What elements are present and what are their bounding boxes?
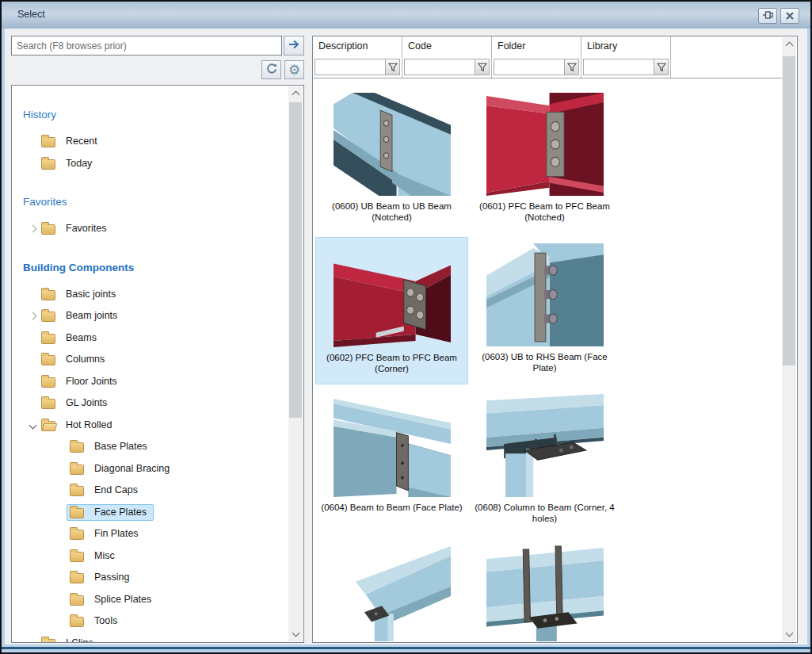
settings-button[interactable]: ⚙ (284, 60, 304, 79)
scroll-up-icon[interactable] (288, 86, 303, 100)
filter-input-description[interactable] (315, 59, 400, 75)
tree-item-body[interactable]: Misc (67, 548, 122, 564)
tree-item-label: Tools (94, 615, 117, 626)
dialog-content: ⚙ HistoryRecentTodayFavoritesFavoritesBu… (5, 29, 807, 644)
tree-item-beam-joints[interactable]: Beam joints (25, 306, 124, 325)
component-item-0600[interactable]: (0600) UB Beam to UB Beam (Notched) (315, 86, 468, 234)
tree-item-face-plates[interactable]: Face Plates (53, 503, 154, 522)
component-item-partial[interactable] (468, 538, 621, 641)
filter-funnel-icon[interactable] (564, 59, 578, 75)
tree-item-body[interactable]: Columns (38, 351, 112, 368)
arrow-right-icon (288, 39, 300, 53)
tree-item-i-clips[interactable]: I Clips (25, 633, 101, 642)
tree-item-columns[interactable]: Columns (25, 350, 112, 369)
filter-input-folder[interactable] (494, 59, 579, 75)
tree-item-fin-plates[interactable]: Fin Plates (53, 524, 146, 543)
tree-item-basic-joints[interactable]: Basic joints (25, 285, 123, 304)
refresh-icon (265, 62, 278, 78)
tree-item-diagonal-bracing[interactable]: Diagonal Bracing (53, 459, 177, 478)
tree-item-gl-joints[interactable]: GL Joints (25, 393, 114, 412)
component-thumbnail (334, 244, 451, 347)
tree-item-body[interactable]: Diagonal Bracing (67, 461, 177, 477)
component-caption: (0603) UB to RHS Beam (Face Plate) (471, 351, 619, 374)
folder-icon (41, 159, 55, 170)
tree-item-body[interactable]: Hot Rolled (38, 417, 119, 434)
tree-item-body[interactable]: Basic joints (38, 286, 123, 303)
tree-scrollbar-thumb[interactable] (289, 102, 302, 418)
component-list-panel: DescriptionCodeFolderLibrary (0600) UB B… (312, 36, 798, 643)
component-caption: (0602) PFC Beam to PFC Beam (Corner) (318, 352, 467, 375)
tree-item-label: Diagonal Bracing (94, 463, 170, 474)
tree-item-floor-joints[interactable]: Floor Joints (25, 372, 124, 391)
tree-item-body[interactable]: Recent (38, 133, 105, 150)
tree-item-base-plates[interactable]: Base Plates (53, 437, 154, 456)
folder-icon (70, 530, 84, 540)
tree-item-body[interactable]: Beam joints (38, 308, 124, 324)
tree-item-splice-plates[interactable]: Splice Plates (53, 590, 158, 609)
component-item-0602[interactable]: (0602) PFC Beam to PFC Beam (Corner) (315, 237, 468, 384)
tree-item-body[interactable]: Favorites (38, 220, 113, 237)
folder-icon (41, 639, 55, 643)
tree-item-favorites[interactable]: Favorites (25, 219, 113, 238)
filter-funnel-icon[interactable] (385, 59, 399, 75)
filter-input-library[interactable] (583, 59, 669, 75)
tree-item-body[interactable]: GL Joints (38, 395, 114, 411)
folder-icon (70, 573, 84, 583)
tree-item-body[interactable]: Today (38, 155, 99, 172)
column-header-library[interactable]: Library (581, 36, 670, 52)
tree-item-beams[interactable]: Beams (25, 328, 104, 347)
tree-item-end-caps[interactable]: End Caps (53, 480, 145, 499)
tree-item-recent[interactable]: Recent (25, 132, 105, 151)
pin-button[interactable] (758, 8, 777, 24)
tree-scrollbar[interactable] (288, 86, 303, 641)
tree-item-misc[interactable]: Misc (53, 546, 122, 565)
tree-item-body[interactable]: Base Plates (67, 438, 154, 455)
tree-item-body[interactable]: Splice Plates (67, 591, 158, 608)
column-header-code[interactable]: Code (402, 36, 491, 52)
component-item-0601[interactable]: (0601) PFC Beam to PFC Beam (Notched) (468, 86, 621, 234)
tree-item-tools[interactable]: Tools (53, 611, 124, 630)
tree-item-body[interactable]: Beams (38, 330, 104, 346)
tree-item-label: GL Joints (66, 397, 107, 408)
folder-icon (70, 486, 84, 496)
tree-item-passing[interactable]: Passing (53, 568, 136, 587)
column-header-filler (671, 36, 782, 78)
column-description: Description (313, 36, 402, 78)
tree-item-body[interactable]: Floor Joints (38, 373, 124, 390)
component-caption: (0604) Beam to Beam (Face Plate) (318, 502, 467, 513)
open-folder-icon (41, 421, 55, 431)
folder-icon (70, 595, 84, 606)
scroll-up-icon[interactable] (782, 37, 796, 51)
column-library: Library (581, 36, 671, 78)
search-input[interactable] (11, 36, 282, 55)
tree-item-selected-highlight[interactable]: Face Plates (67, 504, 154, 521)
close-button[interactable] (780, 8, 799, 24)
filter-funnel-icon[interactable] (475, 59, 489, 75)
folder-icon (41, 355, 55, 365)
tree-item-body[interactable]: End Caps (67, 482, 145, 499)
component-item-partial[interactable] (315, 538, 468, 641)
tree-item-body[interactable]: I Clips (38, 635, 101, 643)
component-item-0604[interactable]: (0604) Beam to Beam (Face Plate) (315, 388, 468, 535)
filter-input-code[interactable] (404, 59, 490, 75)
grid-scrollbar[interactable] (782, 37, 796, 641)
column-header-folder[interactable]: Folder (492, 36, 581, 52)
scroll-down-icon[interactable] (782, 628, 796, 641)
tree-item-today[interactable]: Today (25, 154, 99, 173)
filter-funnel-icon[interactable] (654, 59, 668, 75)
tree-item-body[interactable]: Passing (67, 569, 136, 586)
refresh-button[interactable] (261, 60, 281, 79)
tree-item-label: Beam joints (66, 310, 117, 321)
tree-item-body[interactable]: Fin Plates (67, 526, 146, 542)
grid-scrollbar-thumb[interactable] (783, 56, 795, 365)
pin-icon (762, 9, 773, 23)
component-item-0608[interactable]: (0608) Column to Beam (Corner, 4 holes) (468, 388, 621, 535)
column-header-description[interactable]: Description (313, 36, 402, 52)
component-grid: (0600) UB Beam to UB Beam (Notched) (060… (314, 78, 782, 641)
search-go-button[interactable] (284, 36, 304, 55)
tree-item-body[interactable]: Tools (67, 613, 124, 629)
tree-item-hot-rolled[interactable]: Hot Rolled (25, 415, 119, 434)
scroll-down-icon[interactable] (288, 628, 303, 641)
component-item-0603[interactable]: (0603) UB to RHS Beam (Face Plate) (468, 237, 621, 384)
tree-section-header-history: History (23, 107, 56, 123)
